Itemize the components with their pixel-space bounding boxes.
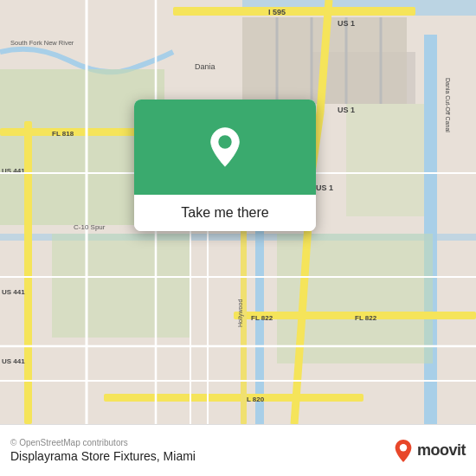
svg-point-47 [400,444,407,451]
location-name: Displayrama Store Fixtures, Miami [10,449,196,463]
svg-text:Dania: Dania [195,62,215,71]
svg-text:FL 822: FL 822 [355,314,377,322]
map-pin-icon [204,126,246,168]
svg-text:I 595: I 595 [268,8,286,16]
svg-rect-15 [173,7,415,16]
location-card: Take me there [134,100,316,231]
map-container: I 595 US 1 US 1 US 1 FL 818 US 441 US 44… [0,0,476,424]
svg-text:FL 822: FL 822 [251,314,273,322]
footer: © OpenStreetMap contributors Displayrama… [0,424,476,476]
svg-text:C-10 Spur: C-10 Spur [74,223,106,231]
card-map-preview [134,100,316,195]
svg-rect-6 [52,234,190,338]
svg-text:US 441: US 441 [2,357,25,365]
svg-rect-29 [104,394,363,402]
svg-text:Dania Cut-Off Canal: Dania Cut-Off Canal [445,78,451,132]
moovit-pin-icon [393,439,414,463]
svg-text:Hollywood: Hollywood [237,299,244,327]
moovit-logo: moovit [393,439,466,463]
svg-text:US 1: US 1 [338,106,355,114]
svg-rect-8 [346,104,424,216]
svg-text:US 441: US 441 [2,288,25,296]
svg-text:US 1: US 1 [316,183,333,192]
svg-text:South Fork New River: South Fork New River [10,39,74,47]
svg-rect-22 [24,121,32,424]
svg-rect-2 [424,35,437,424]
moovit-wordmark: moovit [417,441,466,460]
svg-text:US 1: US 1 [338,19,355,28]
svg-text:FL 818: FL 818 [52,130,74,138]
footer-left: © OpenStreetMap contributors Displayrama… [10,438,196,463]
svg-point-46 [218,135,231,148]
take-me-there-button[interactable]: Take me there [134,195,316,231]
attribution-text: © OpenStreetMap contributors [10,438,196,447]
